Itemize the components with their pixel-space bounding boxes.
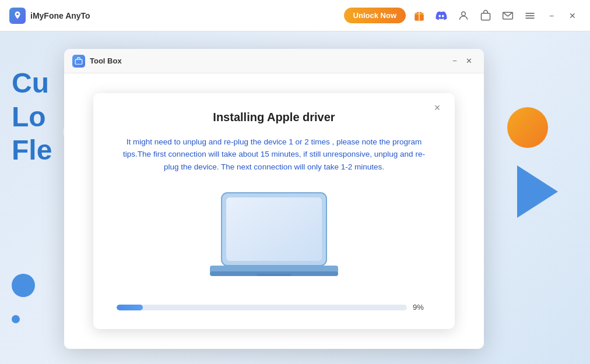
app-name: iMyFone AnyTo (30, 11, 344, 20)
svg-rect-10 (75, 59, 82, 64)
menu-icon-button[interactable] (521, 7, 539, 24)
bg-text: Cu Lo Fle (12, 66, 52, 167)
toolbox-minimize-button[interactable]: − (448, 54, 462, 68)
toolbox-icon (72, 55, 85, 68)
toolbox-titlebar: Tool Box − ✕ (64, 49, 484, 73)
minimize-button[interactable]: − (543, 8, 560, 24)
bg-cta-btn (12, 274, 35, 297)
unlock-now-button[interactable]: Unlock Now (344, 8, 406, 23)
dialog-box: × Installing Apple driver It might need … (93, 93, 455, 330)
svg-point-0 (16, 13, 19, 15)
toolbox-title: Tool Box (90, 56, 448, 65)
mail-icon-button[interactable] (499, 7, 517, 24)
progress-bar-fill (117, 305, 143, 310)
svg-rect-5 (482, 13, 490, 20)
app-logo (9, 8, 26, 24)
gift-icon-button[interactable] (410, 7, 428, 24)
svg-rect-12 (226, 197, 322, 261)
dialog-overlay: × Installing Apple driver It might need … (64, 73, 484, 349)
bg-radio-dot (12, 315, 20, 323)
title-bar-actions: Unlock Now (344, 7, 581, 24)
progress-bar-background (117, 305, 407, 310)
title-bar: iMyFone AnyTo Unlock Now (0, 0, 590, 31)
close-button[interactable]: ✕ (564, 8, 581, 24)
svg-point-4 (462, 12, 466, 16)
laptop-illustration (117, 187, 431, 289)
progress-label: 9% (413, 303, 431, 312)
toolbox-window: Tool Box − ✕ × Installing Apple driver I… (64, 49, 484, 349)
user-icon-button[interactable] (455, 7, 472, 24)
bg-orange-circle (507, 107, 548, 148)
bag-icon-button[interactable] (477, 7, 494, 24)
bg-blue-triangle (517, 165, 558, 218)
discord-icon-button[interactable] (433, 7, 450, 24)
dialog-close-button[interactable]: × (429, 100, 445, 116)
dialog-title: Installing Apple driver (117, 111, 431, 124)
main-content: Cu Lo Fle ‹ › ⊙ Best iPho Tool Box − ✕ (0, 31, 590, 364)
svg-rect-15 (257, 274, 292, 276)
bg-radio (12, 315, 20, 323)
dialog-description: It might need to unplug and re-plug the … (117, 136, 431, 174)
progress-container: 9% (117, 303, 431, 312)
toolbox-close-button[interactable]: ✕ (462, 54, 476, 68)
